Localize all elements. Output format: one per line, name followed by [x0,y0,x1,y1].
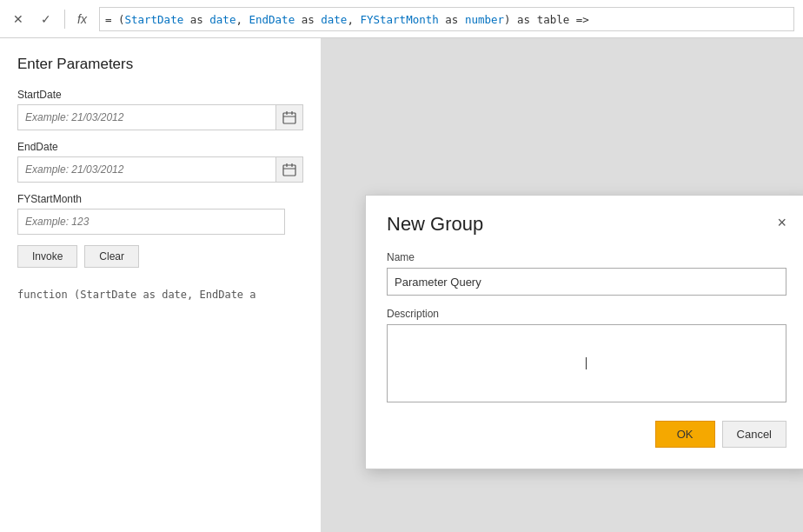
toolbar-divider [64,10,65,29]
cancel-button[interactable]: Cancel [722,421,786,448]
calendar-icon [282,110,296,124]
calendar-icon-2 [282,163,296,176]
fystartmonth-row [17,209,303,235]
close-icon[interactable]: ✕ [9,10,28,29]
enddate-calendar-button[interactable] [276,156,303,183]
startdate-row [17,104,303,130]
enddate-input[interactable] [17,156,276,183]
check-icon[interactable]: ✓ [36,10,56,29]
function-text: function (StartDate as date, EndDate a [17,289,303,301]
description-container [387,324,786,405]
text-cursor [586,357,587,369]
startdate-group: StartDate [17,89,303,130]
action-buttons: Invoke Clear [17,245,303,268]
panel-title: Enter Parameters [17,56,303,73]
enddate-group: EndDate [17,141,303,183]
fystartmonth-input[interactable] [17,209,285,235]
name-input[interactable] [387,268,786,296]
svg-rect-4 [283,165,295,176]
name-field-label: Name [387,251,786,263]
enddate-row [17,156,303,183]
startdate-input[interactable] [17,104,276,130]
formula-bar: = (StartDate as date, EndDate as date, F… [99,7,794,31]
description-input[interactable] [387,324,786,402]
enddate-label: EndDate [17,141,303,153]
startdate-calendar-button[interactable] [276,104,303,130]
clear-button[interactable]: Clear [84,245,139,268]
main-area: Enter Parameters StartDate EndDate [0,38,803,532]
fystartmonth-group: FYStartMonth [17,193,303,235]
dialog-footer: OK Cancel [387,421,786,448]
description-field-label: Description [387,308,786,320]
ok-button[interactable]: OK [655,421,715,448]
fx-label: fx [74,12,90,26]
left-panel: Enter Parameters StartDate EndDate [0,38,322,532]
function-text-content: function (StartDate as date, EndDate a [17,289,256,301]
toolbar: ✕ ✓ fx = (StartDate as date, EndDate as … [0,0,803,38]
invoke-button[interactable]: Invoke [17,245,77,268]
right-area: New Group × Name Description OK Cancel [322,38,803,532]
fystartmonth-label: FYStartMonth [17,193,303,205]
dialog-title: New Group [387,213,483,236]
new-group-dialog: New Group × Name Description OK Cancel [365,195,803,469]
startdate-label: StartDate [17,89,303,101]
dialog-header: New Group × [387,213,786,236]
dialog-close-button[interactable]: × [777,215,786,230]
svg-rect-0 [283,113,295,123]
